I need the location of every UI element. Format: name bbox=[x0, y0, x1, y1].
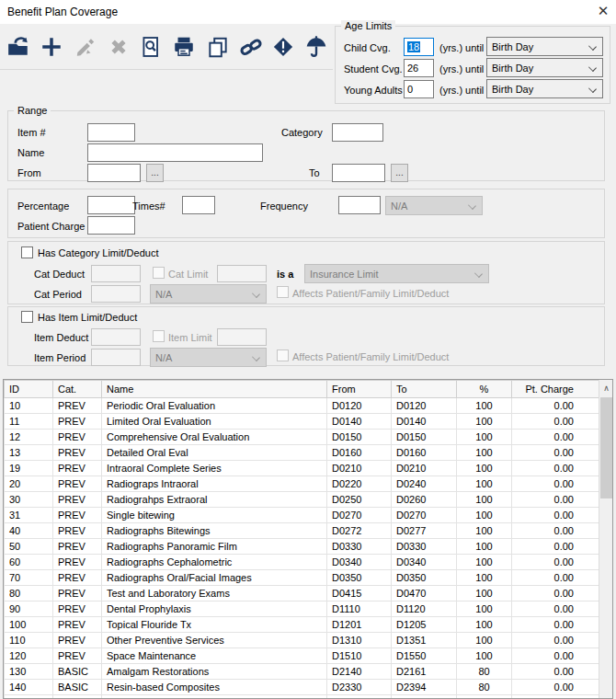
from-browse-button[interactable]: ... bbox=[146, 164, 164, 182]
table-row[interactable]: 20PREVRadiograps IntraoralD0220D02401000… bbox=[5, 476, 599, 492]
patient-charge-input[interactable] bbox=[87, 216, 135, 235]
copy-icon[interactable] bbox=[205, 33, 231, 61]
frequency-input[interactable] bbox=[338, 196, 381, 214]
table-cell: PREV bbox=[53, 570, 102, 586]
table-row[interactable]: 100PREVTopical Flouride TxD1201D12051000… bbox=[5, 617, 599, 633]
column-header[interactable]: To bbox=[392, 381, 457, 398]
item-deduct-label: Item Deduct bbox=[34, 332, 88, 343]
table-row[interactable]: 130BASICAmalgam RestorationsD2140D216180… bbox=[5, 664, 599, 680]
column-header[interactable]: From bbox=[327, 381, 392, 398]
young-adults-input[interactable] bbox=[404, 80, 434, 98]
table-cell: PREV bbox=[53, 602, 102, 617]
table-cell: 100 bbox=[457, 430, 512, 445]
table-cell: D1110 bbox=[327, 602, 392, 617]
table-row[interactable]: 31PREVSingle bitewingD0270D02701000.00 bbox=[5, 508, 599, 523]
table-row[interactable]: 10PREVPeriodic Oral EvaluationD0120D0120… bbox=[5, 398, 599, 414]
table-cell: 100 bbox=[457, 445, 512, 461]
table-cell: 0.00 bbox=[512, 570, 599, 586]
table-cell: 0.00 bbox=[512, 648, 599, 664]
table-cell: D0277 bbox=[392, 523, 457, 539]
to-input[interactable] bbox=[332, 164, 385, 182]
percentage-input[interactable] bbox=[87, 196, 135, 214]
table-cell: PREV bbox=[53, 539, 102, 555]
age-limits-group: Age Limits Child Cvg. 18 (yrs.) until Bi… bbox=[335, 26, 610, 104]
table-row[interactable]: 50PREVRadiographs Panoramic FilmD0330D03… bbox=[5, 539, 599, 555]
column-header[interactable]: ID bbox=[5, 381, 53, 398]
coverage-group: Percentage Times# Frequency N/A Patient … bbox=[7, 189, 605, 238]
table-row[interactable]: 140BASICResin-based CompositesD2330D2394… bbox=[5, 680, 599, 695]
item-deduct-input bbox=[91, 328, 141, 346]
table-cell: BASIC bbox=[53, 664, 102, 680]
close-icon[interactable]: ✕ bbox=[593, 3, 613, 21]
student-cvg-input[interactable] bbox=[404, 59, 434, 77]
coverage-table: IDCat.NameFromTo%Pt. Charge 10PREVPeriod… bbox=[3, 379, 613, 699]
table-cell: D0470 bbox=[392, 586, 457, 602]
table-cell: 13 bbox=[5, 445, 53, 461]
table-row[interactable]: 90PREVDental ProphylaxisD1110D11201000.0… bbox=[5, 602, 599, 617]
alert-icon[interactable] bbox=[270, 33, 296, 61]
table-row[interactable]: 13PREVDetailed Oral EvalD0160D01601000.0… bbox=[5, 445, 599, 461]
column-header[interactable]: % bbox=[457, 381, 512, 398]
table-cell: 0.00 bbox=[512, 445, 599, 461]
table-cell: 110 bbox=[5, 633, 53, 648]
has-category-limit-checkbox[interactable] bbox=[21, 246, 33, 258]
table-row[interactable]: 12PREVComprehensive Oral EvaluationD0150… bbox=[5, 430, 599, 445]
column-header[interactable]: Cat. bbox=[53, 381, 102, 398]
preview-icon[interactable] bbox=[138, 33, 164, 61]
student-cvg-until-dropdown[interactable]: Birth Day bbox=[486, 58, 603, 77]
table-cell: Topical Flouride Tx bbox=[102, 617, 327, 633]
table-cell: Radiographs Bitewings bbox=[102, 523, 327, 539]
table-cell: D1510 bbox=[327, 648, 392, 664]
child-cvg-label: Child Cvg. bbox=[344, 42, 391, 53]
link-icon[interactable] bbox=[238, 33, 264, 61]
table-row[interactable]: 120PREVSpace MaintenanceD1510D15501000.0… bbox=[5, 648, 599, 664]
table-cell: 0.00 bbox=[512, 398, 599, 414]
item-number-input[interactable] bbox=[87, 123, 135, 142]
name-input[interactable] bbox=[87, 143, 263, 162]
scrollbar-thumb[interactable] bbox=[600, 397, 612, 498]
cat-limit-input bbox=[217, 265, 267, 282]
table-row[interactable]: 60PREVRadiographs CephalometricD0340D034… bbox=[5, 555, 599, 570]
table-cell: D0160 bbox=[327, 445, 392, 461]
column-header[interactable]: Name bbox=[102, 381, 327, 398]
times-input[interactable] bbox=[182, 196, 215, 214]
item-limit-checkbox bbox=[153, 330, 165, 342]
cat-limit-label: Cat Limit bbox=[168, 269, 208, 280]
cat-limit-checkbox bbox=[153, 267, 165, 279]
table-cell: PREV bbox=[53, 633, 102, 648]
table-row[interactable]: 70PREVRadiographs Oral/Facial ImagesD035… bbox=[5, 570, 599, 586]
table-row[interactable]: 40PREVRadiographs BitewingsD0272D0277100… bbox=[5, 523, 599, 539]
table-cell: D0160 bbox=[392, 445, 457, 461]
to-browse-button[interactable]: ... bbox=[391, 164, 408, 182]
table-row[interactable]: 30PREVRadiograhps ExtraoralD0250D0260100… bbox=[5, 492, 599, 508]
print-icon[interactable] bbox=[171, 33, 197, 61]
open-plan-icon[interactable] bbox=[6, 33, 31, 61]
young-adults-label: Young Adults bbox=[344, 85, 403, 96]
cat-period-dropdown: N/A bbox=[150, 284, 267, 304]
table-row[interactable]: 150MAJORInlay/Onlay RestorationsD2510D26… bbox=[5, 695, 599, 699]
umbrella-icon[interactable] bbox=[303, 33, 329, 61]
table-cell: 100 bbox=[457, 508, 512, 523]
young-adults-until-dropdown[interactable]: Birth Day bbox=[486, 79, 603, 98]
delete-icon[interactable] bbox=[106, 33, 131, 61]
vertical-scrollbar[interactable]: ∧ bbox=[599, 380, 612, 699]
child-cvg-until-dropdown[interactable]: Birth Day bbox=[486, 37, 603, 56]
table-cell: 100 bbox=[457, 586, 512, 602]
table-row[interactable]: 19PREVIntraoral Complete SeriesD0210D021… bbox=[5, 461, 599, 476]
scroll-up-icon[interactable]: ∧ bbox=[599, 380, 613, 396]
table-row[interactable]: 110PREVOther Preventive ServicesD1310D13… bbox=[5, 633, 599, 648]
table-row[interactable]: 11PREVLimited Oral EvaluationD0140D01401… bbox=[5, 414, 599, 430]
table-cell: PREV bbox=[53, 398, 102, 414]
table-cell: 19 bbox=[5, 461, 53, 476]
child-cvg-input[interactable]: 18 bbox=[404, 38, 434, 56]
column-header[interactable]: Pt. Charge bbox=[512, 381, 599, 398]
table-cell: Amalgam Restorations bbox=[102, 664, 327, 680]
has-item-limit-checkbox[interactable] bbox=[21, 311, 33, 323]
table-row[interactable]: 80PREVTest and Laboratory ExamsD0415D047… bbox=[5, 586, 599, 602]
from-input[interactable] bbox=[87, 164, 141, 182]
table-cell: 100 bbox=[457, 414, 512, 430]
add-icon[interactable] bbox=[39, 33, 64, 61]
category-input[interactable] bbox=[332, 123, 383, 142]
table-cell: D0150 bbox=[327, 430, 392, 445]
edit-icon[interactable] bbox=[73, 33, 98, 61]
